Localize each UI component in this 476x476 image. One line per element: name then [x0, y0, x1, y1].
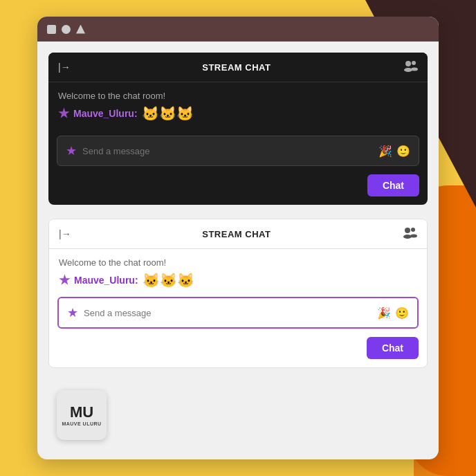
titlebar-btn-3[interactable]: [76, 25, 85, 34]
light-collapse-icon: |→: [59, 228, 71, 239]
svg-point-1: [404, 68, 412, 72]
light-chat-button[interactable]: Chat: [367, 337, 419, 359]
dark-username: Mauve_Uluru:: [73, 108, 138, 119]
logo-tagline: MAUVE ULURU: [62, 421, 101, 426]
light-message-input[interactable]: [84, 308, 372, 318]
svg-point-2: [412, 61, 416, 65]
dark-chat-btn-row: Chat: [48, 174, 428, 205]
svg-point-0: [405, 61, 411, 66]
dark-emoji-icon: 🙂: [396, 145, 410, 158]
dark-party-icon: 🎉: [378, 145, 392, 158]
dark-chat-message: ★ Mauve_Uluru: 🐱🐱🐱: [58, 105, 418, 122]
svg-point-6: [411, 228, 415, 232]
light-input-row: ★ 🎉 🙂: [57, 297, 419, 329]
dark-users-button[interactable]: [403, 60, 418, 75]
dark-chat-body: Welcome to the chat room! ★ Mauve_Uluru:…: [48, 82, 428, 130]
light-welcome-text: Welcome to the chat room!: [59, 257, 417, 268]
light-star-icon: ★: [59, 273, 70, 288]
dark-message-input[interactable]: [82, 146, 373, 156]
svg-point-3: [411, 68, 418, 71]
light-chat-btn-row: Chat: [49, 337, 427, 367]
light-chat-message: ★ Mauve_Uluru: 🐱🐱🐱: [59, 272, 417, 289]
browser-titlebar: [37, 17, 439, 42]
svg-point-4: [405, 228, 410, 233]
browser-window: |→ STREAM CHAT Welcome to t: [37, 17, 439, 459]
light-users-button[interactable]: [402, 226, 417, 241]
light-input-icons: 🎉 🙂: [377, 306, 409, 320]
dark-input-icons: 🎉 🙂: [378, 145, 410, 158]
dark-chat-button[interactable]: Chat: [367, 174, 419, 196]
svg-point-5: [403, 235, 412, 239]
logo-badge: MU MAUVE ULURU: [57, 390, 107, 440]
light-chat-title: STREAM CHAT: [202, 229, 271, 239]
dark-chat-panel: |→ STREAM CHAT Welcome to t: [48, 53, 428, 205]
light-input-star-icon: ★: [67, 305, 78, 320]
titlebar-btn-2[interactable]: [62, 25, 71, 34]
dark-chat-title: STREAM CHAT: [202, 62, 271, 73]
light-chat-panel: |→ STREAM CHAT Welcome to t: [48, 219, 428, 368]
dark-input-star-icon: ★: [66, 143, 77, 158]
light-party-icon: 🎉: [377, 306, 391, 320]
dark-input-row: ★ 🎉 🙂: [57, 136, 419, 166]
light-collapse-button[interactable]: |→: [59, 228, 71, 239]
light-chat-body: Welcome to the chat room! ★ Mauve_Uluru:…: [49, 249, 427, 291]
light-chat-header: |→ STREAM CHAT: [49, 219, 427, 249]
dark-emojis: 🐱🐱🐱: [142, 105, 194, 122]
svg-point-7: [410, 235, 417, 238]
titlebar-btn-1[interactable]: [47, 25, 56, 34]
dark-star-icon: ★: [58, 106, 69, 121]
dark-chat-header: |→ STREAM CHAT: [48, 53, 428, 82]
collapse-icon: |→: [58, 62, 71, 73]
light-emoji-icon: 🙂: [395, 306, 409, 320]
users-icon: [403, 60, 418, 75]
light-users-icon: [402, 226, 417, 241]
light-username: Mauve_Uluru:: [74, 275, 138, 286]
logo-initials: MU: [70, 405, 93, 420]
dark-collapse-button[interactable]: |→: [58, 62, 71, 73]
light-emojis: 🐱🐱🐱: [143, 272, 194, 289]
dark-welcome-text: Welcome to the chat room!: [58, 91, 418, 101]
